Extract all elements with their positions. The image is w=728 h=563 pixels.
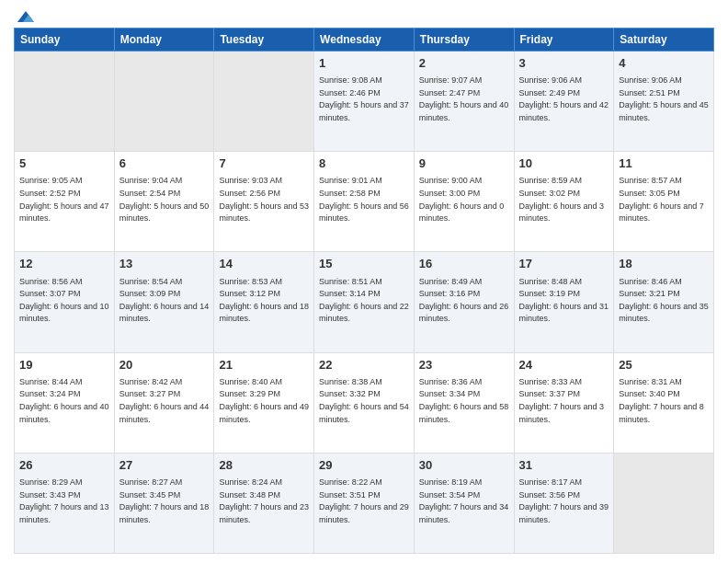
calendar-week-row: 1Sunrise: 9:08 AM Sunset: 2:46 PM Daylig… xyxy=(15,52,714,152)
day-details: Sunrise: 8:22 AM Sunset: 3:51 PM Dayligh… xyxy=(319,477,409,524)
calendar-day-25: 25Sunrise: 8:31 AM Sunset: 3:40 PM Dayli… xyxy=(614,352,714,453)
calendar-day-31: 31Sunrise: 8:17 AM Sunset: 3:56 PM Dayli… xyxy=(514,453,614,553)
day-details: Sunrise: 8:49 AM Sunset: 3:16 PM Dayligh… xyxy=(419,277,509,324)
calendar-week-row: 19Sunrise: 8:44 AM Sunset: 3:24 PM Dayli… xyxy=(15,352,714,453)
day-number: 12 xyxy=(19,256,109,272)
logo-icon xyxy=(16,9,36,24)
day-details: Sunrise: 8:40 AM Sunset: 3:29 PM Dayligh… xyxy=(219,377,309,424)
day-details: Sunrise: 8:33 AM Sunset: 3:37 PM Dayligh… xyxy=(519,377,605,424)
header-thursday: Thursday xyxy=(414,29,514,52)
day-number: 9 xyxy=(419,155,509,172)
calendar-day-4: 4Sunrise: 9:06 AM Sunset: 2:51 PM Daylig… xyxy=(614,52,714,152)
day-number: 14 xyxy=(219,256,309,272)
header-sunday: Sunday xyxy=(15,29,115,52)
day-details: Sunrise: 8:56 AM Sunset: 3:07 PM Dayligh… xyxy=(19,277,109,324)
calendar-empty-cell xyxy=(114,52,214,152)
day-number: 17 xyxy=(519,256,609,272)
calendar-day-28: 28Sunrise: 8:24 AM Sunset: 3:48 PM Dayli… xyxy=(214,453,314,553)
calendar-day-30: 30Sunrise: 8:19 AM Sunset: 3:54 PM Dayli… xyxy=(414,453,514,553)
calendar-day-19: 19Sunrise: 8:44 AM Sunset: 3:24 PM Dayli… xyxy=(15,352,115,453)
calendar-day-15: 15Sunrise: 8:51 AM Sunset: 3:14 PM Dayli… xyxy=(314,252,415,352)
day-number: 22 xyxy=(319,357,409,373)
day-details: Sunrise: 8:48 AM Sunset: 3:19 PM Dayligh… xyxy=(519,277,609,324)
day-details: Sunrise: 9:03 AM Sunset: 2:56 PM Dayligh… xyxy=(219,176,309,223)
day-number: 13 xyxy=(119,256,210,272)
calendar-day-24: 24Sunrise: 8:33 AM Sunset: 3:37 PM Dayli… xyxy=(514,352,614,453)
calendar-day-7: 7Sunrise: 9:03 AM Sunset: 2:56 PM Daylig… xyxy=(214,152,314,252)
day-number: 19 xyxy=(19,357,109,373)
day-details: Sunrise: 9:06 AM Sunset: 2:51 PM Dayligh… xyxy=(619,75,709,122)
day-number: 21 xyxy=(219,357,309,373)
day-number: 26 xyxy=(19,457,109,474)
header xyxy=(14,9,714,20)
calendar-day-9: 9Sunrise: 9:00 AM Sunset: 3:00 PM Daylig… xyxy=(414,152,514,252)
day-number: 7 xyxy=(219,155,309,172)
calendar-day-16: 16Sunrise: 8:49 AM Sunset: 3:16 PM Dayli… xyxy=(414,252,514,352)
header-wednesday: Wednesday xyxy=(314,29,415,52)
header-saturday: Saturday xyxy=(614,29,714,52)
calendar-empty-cell xyxy=(214,52,314,152)
calendar-day-12: 12Sunrise: 8:56 AM Sunset: 3:07 PM Dayli… xyxy=(15,252,115,352)
calendar-day-10: 10Sunrise: 8:59 AM Sunset: 3:02 PM Dayli… xyxy=(514,152,614,252)
calendar-day-3: 3Sunrise: 9:06 AM Sunset: 2:49 PM Daylig… xyxy=(514,52,614,152)
calendar-day-21: 21Sunrise: 8:40 AM Sunset: 3:29 PM Dayli… xyxy=(214,352,314,453)
day-details: Sunrise: 8:59 AM Sunset: 3:02 PM Dayligh… xyxy=(519,176,605,223)
day-details: Sunrise: 8:17 AM Sunset: 3:56 PM Dayligh… xyxy=(519,477,609,524)
calendar-day-18: 18Sunrise: 8:46 AM Sunset: 3:21 PM Dayli… xyxy=(614,252,714,352)
day-details: Sunrise: 8:53 AM Sunset: 3:12 PM Dayligh… xyxy=(219,277,309,324)
day-number: 16 xyxy=(419,256,509,272)
calendar-empty-cell xyxy=(15,52,115,152)
day-number: 4 xyxy=(619,55,709,72)
calendar-day-29: 29Sunrise: 8:22 AM Sunset: 3:51 PM Dayli… xyxy=(314,453,415,553)
day-details: Sunrise: 8:27 AM Sunset: 3:45 PM Dayligh… xyxy=(119,477,210,524)
day-details: Sunrise: 9:07 AM Sunset: 2:47 PM Dayligh… xyxy=(419,75,509,122)
calendar-week-row: 12Sunrise: 8:56 AM Sunset: 3:07 PM Dayli… xyxy=(15,252,714,352)
day-number: 3 xyxy=(519,55,609,72)
calendar-day-11: 11Sunrise: 8:57 AM Sunset: 3:05 PM Dayli… xyxy=(614,152,714,252)
day-number: 11 xyxy=(619,155,709,172)
day-details: Sunrise: 9:05 AM Sunset: 2:52 PM Dayligh… xyxy=(19,176,109,223)
calendar-day-14: 14Sunrise: 8:53 AM Sunset: 3:12 PM Dayli… xyxy=(214,252,314,352)
day-number: 10 xyxy=(519,155,609,172)
calendar-day-17: 17Sunrise: 8:48 AM Sunset: 3:19 PM Dayli… xyxy=(514,252,614,352)
day-number: 24 xyxy=(519,357,609,373)
day-number: 27 xyxy=(119,457,210,474)
calendar-page: SundayMondayTuesdayWednesdayThursdayFrid… xyxy=(0,0,728,563)
day-details: Sunrise: 8:29 AM Sunset: 3:43 PM Dayligh… xyxy=(19,477,109,524)
logo xyxy=(14,9,36,20)
day-number: 6 xyxy=(119,155,210,172)
calendar-day-2: 2Sunrise: 9:07 AM Sunset: 2:47 PM Daylig… xyxy=(414,52,514,152)
day-details: Sunrise: 8:19 AM Sunset: 3:54 PM Dayligh… xyxy=(419,477,509,524)
day-number: 1 xyxy=(319,55,409,72)
calendar-day-23: 23Sunrise: 8:36 AM Sunset: 3:34 PM Dayli… xyxy=(414,352,514,453)
header-friday: Friday xyxy=(514,29,614,52)
day-details: Sunrise: 9:04 AM Sunset: 2:54 PM Dayligh… xyxy=(119,176,210,223)
calendar-day-8: 8Sunrise: 9:01 AM Sunset: 2:58 PM Daylig… xyxy=(314,152,415,252)
calendar-day-6: 6Sunrise: 9:04 AM Sunset: 2:54 PM Daylig… xyxy=(114,152,214,252)
day-details: Sunrise: 8:57 AM Sunset: 3:05 PM Dayligh… xyxy=(619,176,704,223)
day-number: 8 xyxy=(319,155,409,172)
calendar-day-27: 27Sunrise: 8:27 AM Sunset: 3:45 PM Dayli… xyxy=(114,453,214,553)
day-details: Sunrise: 8:54 AM Sunset: 3:09 PM Dayligh… xyxy=(119,277,210,324)
calendar-day-13: 13Sunrise: 8:54 AM Sunset: 3:09 PM Dayli… xyxy=(114,252,214,352)
day-details: Sunrise: 8:46 AM Sunset: 3:21 PM Dayligh… xyxy=(619,277,709,324)
calendar-day-22: 22Sunrise: 8:38 AM Sunset: 3:32 PM Dayli… xyxy=(314,352,415,453)
calendar-day-5: 5Sunrise: 9:05 AM Sunset: 2:52 PM Daylig… xyxy=(15,152,115,252)
day-number: 31 xyxy=(519,457,609,474)
day-details: Sunrise: 8:31 AM Sunset: 3:40 PM Dayligh… xyxy=(619,377,704,424)
calendar-table: SundayMondayTuesdayWednesdayThursdayFrid… xyxy=(14,28,714,554)
day-number: 29 xyxy=(319,457,409,474)
day-number: 5 xyxy=(19,155,109,172)
calendar-header-row: SundayMondayTuesdayWednesdayThursdayFrid… xyxy=(15,29,714,52)
day-number: 20 xyxy=(119,357,210,373)
day-number: 2 xyxy=(419,55,509,72)
day-details: Sunrise: 8:38 AM Sunset: 3:32 PM Dayligh… xyxy=(319,377,409,424)
day-details: Sunrise: 9:06 AM Sunset: 2:49 PM Dayligh… xyxy=(519,75,609,122)
day-details: Sunrise: 8:36 AM Sunset: 3:34 PM Dayligh… xyxy=(419,377,509,424)
calendar-week-row: 5Sunrise: 9:05 AM Sunset: 2:52 PM Daylig… xyxy=(15,152,714,252)
day-details: Sunrise: 9:08 AM Sunset: 2:46 PM Dayligh… xyxy=(319,75,409,122)
calendar-week-row: 26Sunrise: 8:29 AM Sunset: 3:43 PM Dayli… xyxy=(15,453,714,553)
day-details: Sunrise: 8:51 AM Sunset: 3:14 PM Dayligh… xyxy=(319,277,409,324)
day-details: Sunrise: 9:00 AM Sunset: 3:00 PM Dayligh… xyxy=(419,176,505,223)
day-number: 30 xyxy=(419,457,509,474)
